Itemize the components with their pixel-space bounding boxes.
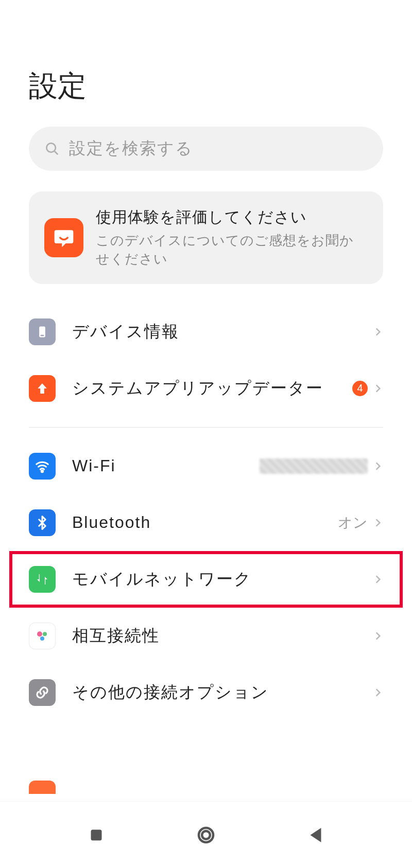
wifi-icon [29,453,56,480]
item-mobile-network-highlight[interactable]: モバイルネットワーク [9,551,403,608]
svg-rect-8 [91,829,101,840]
item-mobile-network-label: モバイルネットワーク [72,568,373,591]
chat-smile-icon [44,218,83,257]
page-title-text: 設定 [29,69,87,102]
phone-icon [29,318,56,345]
svg-rect-3 [41,335,44,336]
bluetooth-icon [29,509,56,536]
wifi-value-obscured [260,458,368,474]
feedback-title: 使用体験を評価してください [96,207,368,228]
search-icon [44,141,60,156]
arrow-up-icon [29,375,56,402]
item-system-updater[interactable]: システムアプリアップデーター 4 [0,360,412,417]
search-placeholder: 設定を検索する [69,137,193,160]
item-bluetooth-label: Bluetooth [72,513,338,532]
settings-section-connectivity: Wi-Fi Bluetooth オン モバイルネットワーク [0,438,412,721]
svg-point-7 [40,636,44,641]
svg-point-4 [41,470,43,472]
recent-apps-button[interactable] [85,824,107,846]
item-bluetooth-value: オン [338,513,368,533]
svg-point-5 [37,631,42,636]
svg-point-6 [43,632,47,636]
chevron-right-icon [373,327,383,337]
feedback-card[interactable]: 使用体験を評価してください このデバイスについてのご感想をお聞かせください [29,191,383,284]
item-other-connections[interactable]: その他の接続オプション [0,664,412,721]
item-other-connections-label: その他の接続オプション [72,681,373,704]
update-count-badge: 4 [352,381,368,396]
chevron-right-icon [373,574,383,584]
dots-colored-icon [29,623,56,649]
android-navbar [0,801,412,868]
divider [29,427,383,428]
item-device-info[interactable]: デバイス情報 [0,304,412,360]
svg-line-1 [55,151,58,154]
item-device-info-label: デバイス情報 [72,321,373,343]
page-title: 設定 [0,0,412,127]
partial-next-item [0,781,412,801]
item-interconnectivity-label: 相互接続性 [72,625,373,647]
feedback-subtitle: このデバイスについてのご感想をお聞かせください [96,231,368,269]
svg-point-10 [202,831,210,839]
item-interconnectivity[interactable]: 相互接続性 [0,608,412,664]
settings-section-general: デバイス情報 システムアプリアップデーター 4 [0,304,412,417]
home-button[interactable] [195,824,217,846]
mobile-data-icon [29,566,56,593]
partial-item-icon [29,781,56,794]
svg-point-0 [46,143,56,152]
chevron-right-icon [373,461,383,471]
item-bluetooth[interactable]: Bluetooth オン [0,494,412,551]
chevron-right-icon [373,383,383,394]
chevron-right-icon [373,687,383,698]
item-system-updater-label: システムアプリアップデーター [72,377,352,400]
back-button[interactable] [305,824,327,846]
chevron-right-icon [373,631,383,641]
feedback-texts: 使用体験を評価してください このデバイスについてのご感想をお聞かせください [96,207,368,269]
link-icon [29,679,56,706]
item-wifi-label: Wi-Fi [72,456,260,475]
item-wifi[interactable]: Wi-Fi [0,438,412,494]
search-bar[interactable]: 設定を検索する [29,127,383,171]
chevron-right-icon [373,518,383,528]
